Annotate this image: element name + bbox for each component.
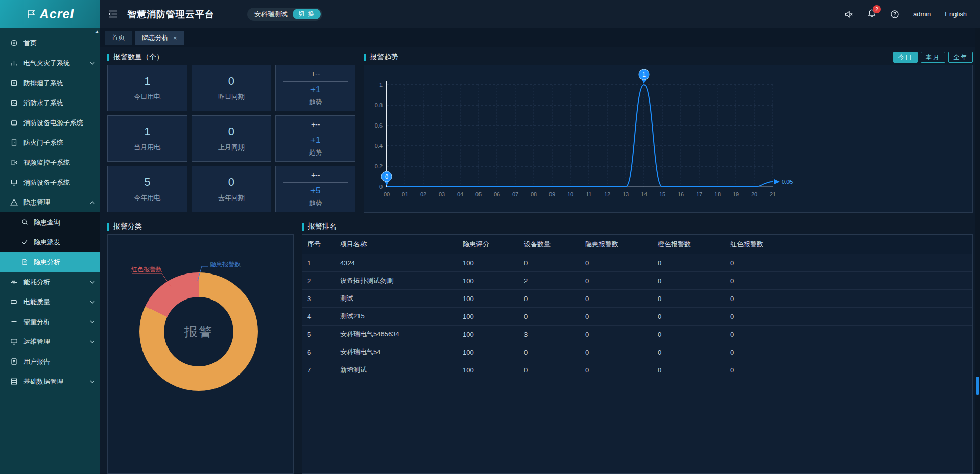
stat-card-yesterday: 0 昨日同期 xyxy=(192,65,272,111)
cell-red-alarms: 0 xyxy=(730,313,972,320)
donut-center-label: 报警 xyxy=(184,323,213,341)
sidebar-item-video-monitor[interactable]: 视频监控子系统 xyxy=(0,153,100,172)
document-icon xyxy=(21,259,28,265)
page-scrollbar-thumb[interactable] xyxy=(976,377,979,395)
cell-orange-alarms: 0 xyxy=(658,331,730,338)
stat-card-today: 1 今日用电 xyxy=(107,65,187,111)
brand-flag-icon xyxy=(26,9,36,19)
stat-value: 0 xyxy=(228,74,234,88)
table-row[interactable]: 6 安科瑞电气54 100 0 0 0 0 xyxy=(302,343,972,361)
tab-close-icon[interactable]: × xyxy=(173,35,177,41)
sidebar-item-power-quality[interactable]: 电能质量 xyxy=(0,292,100,312)
sidebar-item-fire-device[interactable]: 消防设备子系统 xyxy=(0,172,100,192)
header-actions: 2 admin English xyxy=(844,9,980,19)
svg-text:08: 08 xyxy=(531,191,537,197)
notifications-button[interactable]: 2 xyxy=(867,9,876,19)
table-row[interactable]: 4 测试215 100 0 0 0 0 xyxy=(302,308,972,326)
page-scrollbar[interactable] xyxy=(975,28,980,474)
cell-orange-alarms: 0 xyxy=(658,259,730,267)
alarm-class-panel: 报警分类 报警 红色报警数 隐患报警数 xyxy=(107,221,294,474)
cell-hazard-alarms: 0 xyxy=(585,277,658,285)
sidebar-item-label: 隐患派发 xyxy=(34,238,60,247)
stat-label: 上月同期 xyxy=(218,143,245,152)
sidebar-item-home[interactable]: 首页 xyxy=(0,33,100,53)
stat-label: 去年同期 xyxy=(218,193,245,203)
range-today-button[interactable]: 今日 xyxy=(893,52,918,63)
sidebar-item-electrical-fire[interactable]: 电气火灾子系统 xyxy=(0,53,100,73)
help-icon[interactable] xyxy=(890,10,899,19)
table-row[interactable]: 7 新增测试 100 0 0 0 0 xyxy=(302,361,972,379)
table-body: 1 4324 100 0 0 0 0 2 xyxy=(302,254,972,379)
svg-text:07: 07 xyxy=(512,191,518,197)
sidebar-subitem-hazard-analysis[interactable]: 隐患分析 xyxy=(0,252,100,272)
svg-text:0: 0 xyxy=(379,184,383,190)
report-icon xyxy=(10,358,18,365)
tab-hazard-analysis[interactable]: 隐患分析 × xyxy=(135,31,184,45)
sidebar-item-demand-analysis[interactable]: 需量分析 xyxy=(0,312,100,332)
menu-collapse-icon[interactable] xyxy=(108,10,118,18)
range-month-button[interactable]: 本月 xyxy=(921,52,945,63)
cell-orange-alarms: 0 xyxy=(658,348,730,356)
sidebar-item-label: 消防设备电源子系统 xyxy=(23,118,83,128)
sidebar-item-energy-analysis[interactable]: 能耗分析 xyxy=(0,272,100,292)
svg-text:1: 1 xyxy=(379,82,383,88)
sidebar-scroll-up-icon[interactable]: ▲ xyxy=(95,29,99,34)
cell-devices: 2 xyxy=(524,277,585,285)
cell-devices: 0 xyxy=(524,295,585,303)
sidebar-item-label: 电能质量 xyxy=(23,297,50,307)
cell-hazard-alarms: 0 xyxy=(585,348,658,356)
cell-project: 测试 xyxy=(340,294,463,303)
range-year-button[interactable]: 全年 xyxy=(948,52,973,63)
sidebar-item-smoke-control[interactable]: 防排烟子系统 xyxy=(0,73,100,93)
sidebar-item-label: 首页 xyxy=(23,39,37,48)
svg-text:14: 14 xyxy=(641,191,647,197)
alarm-count-title: 报警数量（个） xyxy=(113,53,163,62)
alarm-count-panel: 报警数量（个） 1 今日用电 0 昨日同期 +-- xyxy=(107,52,355,213)
sidebar-subitem-hazard-dispatch[interactable]: 隐患派发 xyxy=(0,232,100,252)
chevron-down-icon xyxy=(90,380,95,384)
stat-label: 当月用电 xyxy=(134,143,160,152)
svg-text:00: 00 xyxy=(384,191,390,197)
sidebar-item-label: 消防设备子系统 xyxy=(23,178,70,187)
app-window: Acrel 智慧消防管理云平台 安科瑞测试 切 换 2 admin Englis… xyxy=(0,0,980,474)
cell-project: 设备拓扑测试勿删 xyxy=(340,276,463,285)
table-row[interactable]: 2 设备拓扑测试勿删 100 2 0 0 0 xyxy=(302,272,972,290)
table-row[interactable]: 5 安科瑞电气5465634 100 3 0 0 0 xyxy=(302,326,972,343)
cell-seq: 1 xyxy=(307,259,340,267)
col-header-devices: 设备数量 xyxy=(524,240,585,249)
sidebar-item-fire-power[interactable]: 消防设备电源子系统 xyxy=(0,113,100,133)
donut-chart[interactable]: 报警 红色报警数 隐患报警数 xyxy=(107,234,294,474)
project-selector[interactable]: 安科瑞测试 切 换 xyxy=(247,8,322,21)
tab-home[interactable]: 首页 xyxy=(105,31,132,45)
svg-text:17: 17 xyxy=(696,191,702,197)
svg-text:0: 0 xyxy=(385,173,388,180)
monitor-icon xyxy=(10,338,18,345)
sidebar-item-fire-water[interactable]: 消防水子系统 xyxy=(0,93,100,113)
sidebar-item-ops-management[interactable]: 运维管理 xyxy=(0,332,100,352)
cell-seq: 4 xyxy=(307,313,340,320)
chevron-down-icon xyxy=(90,280,95,284)
col-header-hazard-alarms: 隐患报警数 xyxy=(585,240,658,249)
svg-text:06: 06 xyxy=(494,191,500,197)
stat-label: 趋势 xyxy=(309,148,322,157)
search-icon xyxy=(21,219,28,226)
username[interactable]: admin xyxy=(913,10,931,18)
sidebar-subitem-hazard-query[interactable]: 隐患查询 xyxy=(0,212,100,232)
table-row[interactable]: 1 4324 100 0 0 0 0 xyxy=(302,254,972,272)
sidebar-item-fire-door[interactable]: 防火门子系统 xyxy=(0,133,100,153)
sidebar-item-user-report[interactable]: 用户报告 xyxy=(0,352,100,371)
alarm-class-title: 报警分类 xyxy=(113,222,142,231)
power-supply-icon xyxy=(10,119,18,127)
brand-logo: Acrel xyxy=(0,0,100,28)
table-row[interactable]: 3 测试 100 0 0 0 0 xyxy=(302,290,972,308)
speaker-icon[interactable] xyxy=(844,10,853,19)
sidebar-item-label: 电气火灾子系统 xyxy=(23,59,70,68)
cell-red-alarms: 0 xyxy=(730,348,972,356)
trend-chart[interactable]: 00.20.40.60.8100010203040506070809101112… xyxy=(364,65,973,213)
svg-text:0.05: 0.05 xyxy=(782,179,793,185)
switch-project-button[interactable]: 切 换 xyxy=(293,9,321,19)
language-switch[interactable]: English xyxy=(945,10,967,18)
hazard-submenu: 隐患查询 隐患派发 隐患分析 xyxy=(0,212,100,272)
sidebar-item-base-data[interactable]: 基础数据管理 xyxy=(0,371,100,391)
sidebar-item-hazard-management[interactable]: 隐患管理 xyxy=(0,192,100,212)
